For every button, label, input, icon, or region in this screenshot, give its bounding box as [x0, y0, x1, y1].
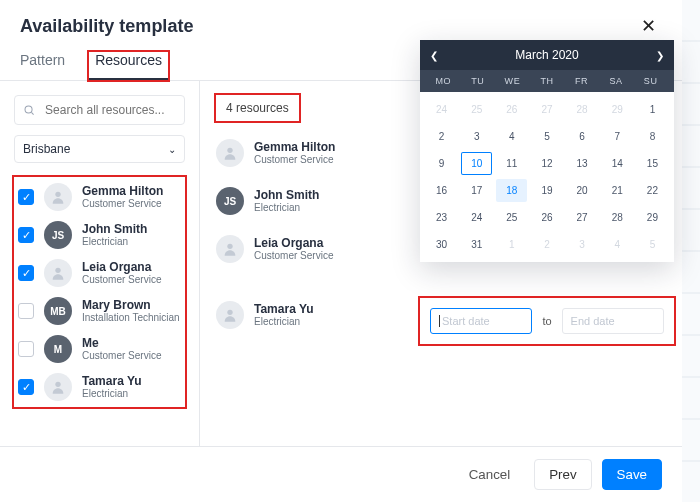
- calendar-day[interactable]: 29: [637, 206, 668, 229]
- resource-role: Electrician: [82, 236, 147, 247]
- modal-footer: Cancel Prev Save: [0, 446, 682, 502]
- calendar-day[interactable]: 10: [461, 152, 492, 175]
- calendar-day[interactable]: 16: [426, 179, 457, 202]
- resource-text: Mary BrownInstallation Technician: [82, 299, 180, 323]
- calendar-day[interactable]: 24: [461, 206, 492, 229]
- resource-checkbox[interactable]: ✓: [18, 265, 34, 281]
- resource-name: John Smith: [82, 223, 147, 236]
- calendar-day[interactable]: 5: [531, 125, 562, 148]
- calendar-day[interactable]: 2: [426, 125, 457, 148]
- date-range-separator: to: [542, 315, 551, 327]
- svg-line-1: [31, 112, 33, 114]
- calendar-day[interactable]: 8: [637, 125, 668, 148]
- resource-text: MeCustomer Service: [82, 337, 161, 361]
- svg-point-2: [55, 192, 60, 197]
- prev-button[interactable]: Prev: [534, 459, 591, 490]
- date-range-inputs: Start date to End date: [420, 298, 674, 344]
- calendar-day[interactable]: 24: [426, 98, 457, 121]
- calendar-day[interactable]: 13: [567, 152, 598, 175]
- calendar-day[interactable]: 19: [531, 179, 562, 202]
- calendar-day[interactable]: 3: [461, 125, 492, 148]
- selected-name: Gemma Hilton: [254, 141, 335, 154]
- calendar-day[interactable]: 1: [496, 233, 527, 256]
- calendar-day[interactable]: 4: [496, 125, 527, 148]
- calendar-day[interactable]: 22: [637, 179, 668, 202]
- calendar-day[interactable]: 30: [426, 233, 457, 256]
- svg-point-3: [55, 268, 60, 273]
- calendar-day[interactable]: 12: [531, 152, 562, 175]
- resource-role: Customer Service: [82, 198, 163, 209]
- cancel-button[interactable]: Cancel: [455, 459, 525, 490]
- end-date-input[interactable]: End date: [562, 308, 664, 334]
- calendar-day[interactable]: 25: [496, 206, 527, 229]
- avatar: [216, 235, 244, 263]
- calendar-day[interactable]: 7: [602, 125, 633, 148]
- calendar-grid: 2425262728291234567891011121314151617181…: [420, 92, 674, 262]
- calendar-day[interactable]: 3: [567, 233, 598, 256]
- save-button[interactable]: Save: [602, 459, 662, 490]
- calendar-day[interactable]: 6: [567, 125, 598, 148]
- selected-text: Gemma HiltonCustomer Service: [254, 141, 335, 165]
- calendar-prev-icon[interactable]: ❮: [430, 50, 438, 61]
- avatar: [44, 183, 72, 211]
- resource-checkbox[interactable]: ✓: [18, 189, 34, 205]
- calendar-day[interactable]: 1: [637, 98, 668, 121]
- calendar-day[interactable]: 31: [461, 233, 492, 256]
- calendar-day[interactable]: 2: [531, 233, 562, 256]
- selected-text: John SmithElectrician: [254, 189, 319, 213]
- calendar-day[interactable]: 20: [567, 179, 598, 202]
- calendar-day[interactable]: 27: [567, 206, 598, 229]
- tab-pattern[interactable]: Pattern: [20, 52, 65, 80]
- resource-checkbox[interactable]: ✓: [18, 379, 34, 395]
- svg-point-7: [227, 310, 232, 315]
- svg-point-5: [227, 148, 232, 153]
- calendar-day[interactable]: 17: [461, 179, 492, 202]
- resource-checkbox[interactable]: ✓: [18, 227, 34, 243]
- calendar-day[interactable]: 25: [461, 98, 492, 121]
- calendar-day[interactable]: 5: [637, 233, 668, 256]
- search-input-wrapper[interactable]: [14, 95, 185, 125]
- avatar: JS: [216, 187, 244, 215]
- avatar: [216, 139, 244, 167]
- calendar-day[interactable]: 21: [602, 179, 633, 202]
- tab-resources[interactable]: Resources: [89, 52, 168, 80]
- calendar-day[interactable]: 29: [602, 98, 633, 121]
- availability-template-modal: Availability template ✕ Pattern Resource…: [0, 0, 682, 502]
- calendar-day[interactable]: 15: [637, 152, 668, 175]
- resource-text: Leia OrganaCustomer Service: [82, 261, 161, 285]
- location-selected: Brisbane: [23, 142, 70, 156]
- resource-item: ✓Leia OrganaCustomer Service: [18, 259, 181, 287]
- svg-point-0: [25, 106, 32, 113]
- location-select[interactable]: Brisbane ⌄: [14, 135, 185, 163]
- calendar-day[interactable]: 23: [426, 206, 457, 229]
- calendar-day[interactable]: 4: [602, 233, 633, 256]
- calendar-day[interactable]: 28: [567, 98, 598, 121]
- resource-role: Customer Service: [82, 350, 161, 361]
- selected-count: 4 resources: [216, 95, 299, 121]
- calendar-day[interactable]: 26: [531, 206, 562, 229]
- selected-role: Customer Service: [254, 250, 333, 261]
- calendar-day[interactable]: 28: [602, 206, 633, 229]
- calendar-day[interactable]: 11: [496, 152, 527, 175]
- resource-checkbox[interactable]: [18, 341, 34, 357]
- start-date-input[interactable]: Start date: [430, 308, 532, 334]
- calendar-day[interactable]: 18: [496, 179, 527, 202]
- calendar-weekdays: MOTUWETHFRSASU: [420, 70, 674, 92]
- calendar-next-icon[interactable]: ❯: [656, 50, 664, 61]
- resource-name: Me: [82, 337, 161, 350]
- modal-header: Availability template ✕: [0, 0, 682, 38]
- selected-name: Leia Organa: [254, 237, 333, 250]
- resource-checkbox[interactable]: [18, 303, 34, 319]
- calendar-day[interactable]: 9: [426, 152, 457, 175]
- close-icon[interactable]: ✕: [635, 14, 662, 38]
- search-input[interactable]: [43, 102, 176, 118]
- calendar-day[interactable]: 14: [602, 152, 633, 175]
- selected-name: Tamara Yu: [254, 303, 314, 316]
- resource-item: ✓Tamara YuElectrician: [18, 373, 181, 401]
- background-stripe: [682, 0, 700, 502]
- avatar: MB: [44, 297, 72, 325]
- resource-role: Electrician: [82, 388, 142, 399]
- calendar-day[interactable]: 26: [496, 98, 527, 121]
- svg-point-6: [227, 244, 232, 249]
- calendar-day[interactable]: 27: [531, 98, 562, 121]
